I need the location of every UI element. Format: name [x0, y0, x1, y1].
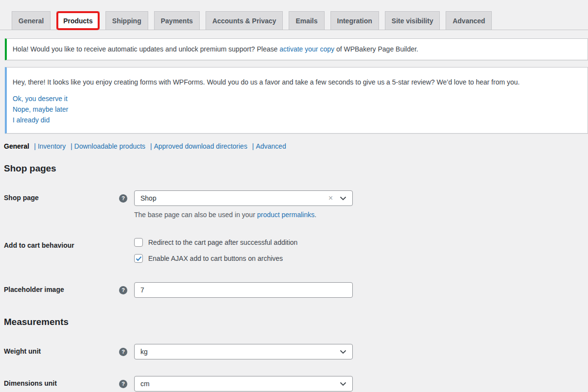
redirect-to-cart-option: Redirect to the cart page after successf…: [134, 238, 297, 247]
placeholder-image-field-wrap: [134, 282, 353, 298]
subnav-general-current: General: [4, 142, 29, 150]
wpforms-notice-message: Hey, there! It looks like you enjoy crea…: [13, 77, 582, 87]
help-icon[interactable]: ?: [119, 286, 127, 294]
shop-page-helper-text: The base page can also be used in your p…: [134, 211, 353, 219]
tab-site-visibility[interactable]: Site visibility: [385, 11, 440, 30]
wpbakery-notice-text: Hola! Would you like to receive automati…: [13, 44, 582, 54]
ajax-add-to-cart-option-label: Enable AJAX add to cart buttons on archi…: [148, 255, 283, 262]
ajax-add-to-cart-option: Enable AJAX add to cart buttons on archi…: [134, 254, 297, 263]
dimensions-unit-label: Dimensions unit: [4, 376, 119, 387]
tab-advanced[interactable]: Advanced: [446, 11, 492, 30]
wpbakery-text-after: of WPBakery Page Builder.: [334, 45, 418, 53]
shop-page-select[interactable]: Shop ×: [134, 190, 353, 206]
add-to-cart-behaviour-row: Add to cart behaviour Redirect to the ca…: [4, 238, 588, 263]
add-to-cart-behaviour-label: Add to cart behaviour: [4, 238, 119, 249]
subnav-separator: |: [34, 142, 36, 150]
placeholder-image-input[interactable]: [140, 286, 346, 294]
chevron-down-icon: [340, 350, 346, 354]
clear-selection-icon[interactable]: ×: [329, 194, 333, 202]
subnav-advanced-link[interactable]: Advanced: [256, 142, 286, 150]
measurements-heading: Measurements: [4, 316, 588, 327]
ajax-add-to-cart-checkbox[interactable]: [134, 254, 143, 263]
wpforms-notice: Hey, there! It looks like you enjoy crea…: [5, 67, 588, 134]
wpbakery-text-before: Hola! Would you like to receive automati…: [13, 45, 279, 53]
settings-tab-bar: General Products Shipping Payments Accou…: [0, 0, 588, 30]
subnav-separator: |: [70, 142, 72, 150]
wpbakery-notice: Hola! Would you like to receive automati…: [5, 38, 588, 60]
tab-accounts-privacy[interactable]: Accounts & Privacy: [206, 11, 283, 30]
tab-shipping[interactable]: Shipping: [105, 11, 148, 30]
subnav-separator: |: [150, 142, 152, 150]
product-permalinks-link[interactable]: product permalinks: [257, 211, 314, 219]
dimensions-unit-row: Dimensions unit ? cm: [4, 376, 588, 392]
subnav-approved-download-directories-link[interactable]: Approved download directories: [154, 142, 247, 150]
chevron-down-icon: [340, 382, 346, 386]
weight-unit-label: Weight unit: [4, 344, 119, 355]
wpforms-review-later-link[interactable]: Nope, maybe later: [13, 104, 68, 115]
redirect-to-cart-option-label: Redirect to the cart page after successf…: [148, 239, 297, 246]
helper-text-after: .: [314, 211, 316, 219]
placeholder-image-label: Placeholder image: [4, 282, 119, 293]
help-icon[interactable]: ?: [119, 194, 127, 203]
weight-unit-select[interactable]: kg: [134, 344, 353, 359]
shop-page-label: Shop page: [4, 190, 119, 202]
tab-emails[interactable]: Emails: [289, 11, 324, 30]
wpforms-review-yes-link[interactable]: Ok, you deserve it: [13, 93, 68, 104]
wpforms-review-done-link[interactable]: I already did: [13, 115, 50, 125]
helper-text-before: The base page can also be used in your: [134, 211, 257, 219]
subnav-separator: |: [252, 142, 254, 150]
redirect-to-cart-checkbox[interactable]: [134, 238, 143, 247]
shop-page-row: Shop page ? Shop × The base page can als…: [4, 190, 588, 219]
shop-page-select-value: Shop: [140, 194, 329, 202]
tab-products[interactable]: Products: [56, 11, 100, 30]
placeholder-image-row: Placeholder image ?: [4, 282, 588, 298]
chevron-down-icon: [340, 196, 346, 201]
weight-unit-row: Weight unit ? kg: [4, 344, 588, 359]
activate-copy-link[interactable]: activate your copy: [279, 45, 334, 53]
tab-integration[interactable]: Integration: [330, 11, 379, 30]
weight-unit-select-value: kg: [140, 348, 340, 356]
subnav-downloadable-products-link[interactable]: Downloadable products: [74, 142, 145, 150]
tab-payments[interactable]: Payments: [154, 11, 200, 30]
help-icon[interactable]: ?: [119, 380, 127, 388]
help-icon[interactable]: ?: [119, 348, 127, 356]
shop-pages-heading: Shop pages: [4, 163, 588, 174]
products-subnav: General |Inventory |Downloadable product…: [4, 142, 588, 150]
dimensions-unit-select[interactable]: cm: [134, 376, 353, 392]
checkmark-icon: [136, 256, 142, 261]
subnav-inventory-link[interactable]: Inventory: [38, 142, 66, 150]
products-settings-content: General |Inventory |Downloadable product…: [4, 142, 588, 392]
dimensions-unit-select-value: cm: [140, 380, 340, 388]
tab-general[interactable]: General: [12, 11, 51, 30]
